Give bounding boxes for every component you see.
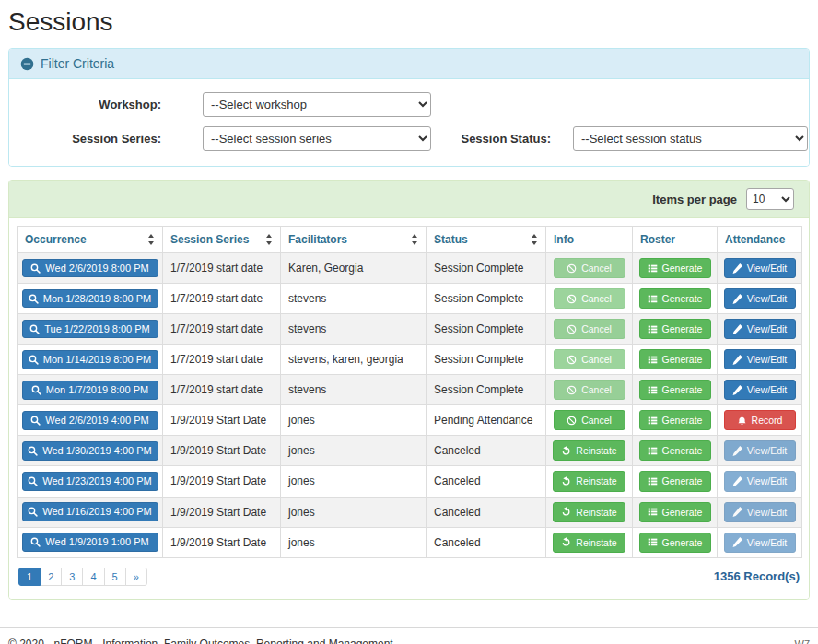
facilitators-cell: jones xyxy=(281,405,427,436)
status-cell: Canceled xyxy=(427,436,546,466)
reinstate-button[interactable]: Reinstate xyxy=(553,471,625,491)
status-cell: Canceled xyxy=(427,527,546,557)
info-cell: Reinstate xyxy=(546,466,633,497)
generate-button[interactable]: Generate xyxy=(639,502,711,522)
status-cell: Canceled xyxy=(427,497,546,527)
generate-button[interactable]: Generate xyxy=(639,410,711,430)
cancel-button[interactable]: Cancel xyxy=(554,349,625,369)
session-row: Mon 1/28/2019 8:00 PM1/7/2019 start date… xyxy=(18,284,802,314)
sort-icon[interactable] xyxy=(411,234,418,245)
cancel-button[interactable]: Cancel xyxy=(554,380,625,400)
reinstate-button[interactable]: Reinstate xyxy=(553,440,625,461)
facilitators-cell: jones xyxy=(281,466,427,497)
occurrence-button[interactable]: Wed 1/30/2019 4:00 PM xyxy=(22,441,158,461)
generate-button[interactable]: Generate xyxy=(639,380,711,400)
pagination-page-3[interactable]: 3 xyxy=(61,568,83,586)
cancel-button[interactable]: Cancel xyxy=(554,410,625,430)
column-header-session-series[interactable]: Session Series xyxy=(163,227,281,253)
column-header-status[interactable]: Status xyxy=(427,227,546,253)
generate-button[interactable]: Generate xyxy=(639,440,711,461)
info-cell: Cancel xyxy=(546,314,633,345)
pagination: 12345» xyxy=(18,568,147,586)
status-cell: Session Complete xyxy=(427,284,546,314)
session-row: Wed 2/6/2019 4:00 PM1/9/2019 Start Datej… xyxy=(18,405,802,436)
sort-icon[interactable] xyxy=(147,234,155,245)
list-icon xyxy=(648,537,658,547)
session-row: Tue 1/22/2019 8:00 PM1/7/2019 start date… xyxy=(18,314,802,345)
minus-circle-icon[interactable] xyxy=(20,57,34,71)
sort-icon[interactable] xyxy=(531,234,538,245)
search-icon xyxy=(28,446,38,456)
facilitators-cell: stevens xyxy=(281,375,427,405)
search-icon xyxy=(28,507,38,517)
column-header-attendance: Attendance xyxy=(718,227,802,253)
generate-button[interactable]: Generate xyxy=(639,288,711,309)
session-series-label: Session Series: xyxy=(22,132,203,146)
list-icon xyxy=(648,385,658,395)
cancel-button[interactable]: Cancel xyxy=(554,319,625,339)
table-header-row: OccurrenceSession SeriesFacilitatorsStat… xyxy=(18,227,802,253)
cancel-button[interactable]: Cancel xyxy=(554,288,625,309)
reinstate-button[interactable]: Reinstate xyxy=(553,502,625,522)
pagination-page-2[interactable]: 2 xyxy=(40,568,62,586)
items-per-page-select[interactable]: 10 xyxy=(746,188,794,210)
attendance-cell: View/Edit xyxy=(718,375,802,405)
generate-button[interactable]: Generate xyxy=(639,258,711,278)
filter-panel: Filter Criteria Workshop: --Select works… xyxy=(8,48,810,167)
occurrence-button[interactable]: Tue 1/22/2019 8:00 PM xyxy=(22,320,158,339)
generate-button[interactable]: Generate xyxy=(639,319,711,339)
view-edit-button[interactable]: View/Edit xyxy=(724,319,796,339)
filter-title: Filter Criteria xyxy=(41,56,114,71)
sessions-table-wrap: OccurrenceSession SeriesFacilitatorsStat… xyxy=(9,218,809,566)
attendance-cell: View/Edit xyxy=(718,466,802,497)
view-edit-button[interactable]: View/Edit xyxy=(724,502,796,522)
pagination-page-5[interactable]: 5 xyxy=(104,568,126,586)
occurrence-button[interactable]: Wed 2/6/2019 8:00 PM xyxy=(22,259,158,278)
workshop-select[interactable]: --Select workshop xyxy=(203,92,431,117)
filter-panel-header[interactable]: Filter Criteria xyxy=(9,49,809,79)
occurrence-button[interactable]: Wed 2/6/2019 4:00 PM xyxy=(22,411,158,430)
occurrence-button[interactable]: Mon 1/28/2019 8:00 PM xyxy=(22,289,158,309)
view-edit-button[interactable]: View/Edit xyxy=(724,288,796,309)
occurrence-button[interactable]: Wed 1/16/2019 4:00 PM xyxy=(22,502,158,521)
record-button[interactable]: Record xyxy=(724,410,796,430)
column-header-facilitators[interactable]: Facilitators xyxy=(281,227,427,253)
occurrence-button[interactable]: Mon 1/7/2019 8:00 PM xyxy=(22,381,158,400)
list-icon xyxy=(648,507,658,517)
page-title: Sessions xyxy=(8,7,810,37)
occurrence-button[interactable]: Mon 1/14/2019 8:00 PM xyxy=(22,350,158,369)
generate-button[interactable]: Generate xyxy=(639,533,711,553)
attendance-cell: Record xyxy=(718,405,802,436)
facilitators-cell: jones xyxy=(281,436,427,466)
sort-icon[interactable] xyxy=(265,234,273,245)
occurrence-button[interactable]: Wed 1/9/2019 1:00 PM xyxy=(22,533,158,552)
list-icon xyxy=(648,416,658,426)
generate-button[interactable]: Generate xyxy=(639,471,711,491)
attendance-cell: View/Edit xyxy=(718,497,802,527)
view-edit-button[interactable]: View/Edit xyxy=(724,533,796,553)
view-edit-button[interactable]: View/Edit xyxy=(724,471,796,491)
filter-panel-body: Workshop: --Select workshop Session Seri… xyxy=(9,79,809,166)
roster-cell: Generate xyxy=(633,436,718,466)
generate-button[interactable]: Generate xyxy=(639,349,711,369)
view-edit-button[interactable]: View/Edit xyxy=(724,349,796,369)
roster-cell: Generate xyxy=(633,375,718,405)
footer-version: W7 xyxy=(795,638,811,644)
pagination-next[interactable]: » xyxy=(125,568,147,586)
view-edit-button[interactable]: View/Edit xyxy=(724,380,796,400)
attendance-cell: View/Edit xyxy=(718,284,802,314)
reinstate-button[interactable]: Reinstate xyxy=(553,533,625,553)
pagination-page-4[interactable]: 4 xyxy=(82,568,104,586)
list-icon xyxy=(648,446,658,456)
session-row: Wed 1/16/2019 4:00 PM1/9/2019 Start Date… xyxy=(18,497,802,527)
column-header-occurrence[interactable]: Occurrence xyxy=(18,227,163,253)
occurrence-button[interactable]: Wed 1/23/2019 4:00 PM xyxy=(22,472,158,491)
column-header-info: Info xyxy=(546,227,633,253)
cancel-button[interactable]: Cancel xyxy=(554,258,625,278)
view-edit-button[interactable]: View/Edit xyxy=(724,258,796,278)
session-series-cell: 1/9/2019 Start Date xyxy=(163,527,281,557)
pagination-page-1[interactable]: 1 xyxy=(18,568,41,586)
session-series-select[interactable]: --Select session series xyxy=(203,126,431,151)
view-edit-button[interactable]: View/Edit xyxy=(724,440,796,461)
session-status-select[interactable]: --Select session status xyxy=(573,126,808,151)
